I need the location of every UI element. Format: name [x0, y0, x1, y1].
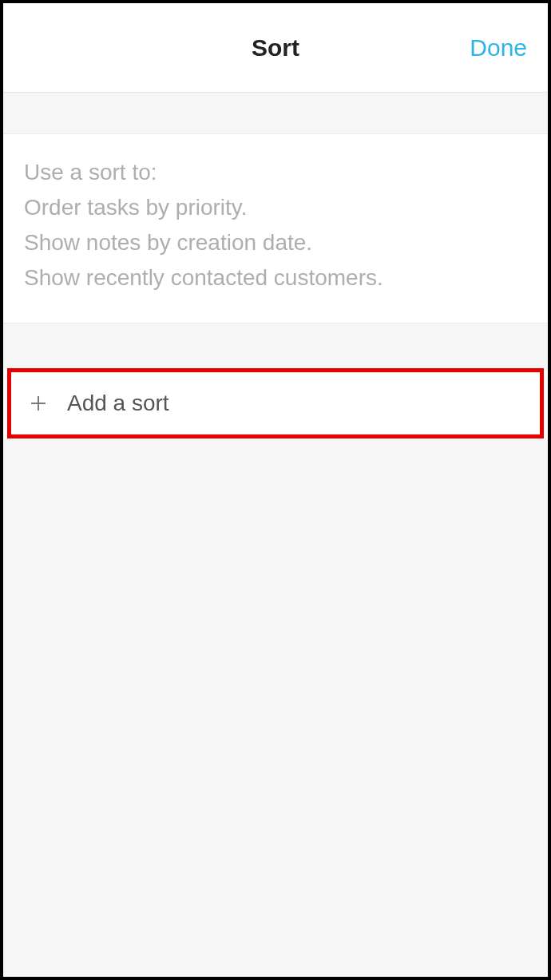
page-title: Sort	[252, 34, 299, 61]
description-intro: Use a sort to:	[24, 155, 527, 190]
highlight-box: Add a sort	[7, 368, 544, 438]
header-bar: Sort Done	[3, 3, 548, 93]
description-example-2: Show notes by creation date.	[24, 225, 527, 260]
add-sort-button[interactable]: Add a sort	[11, 372, 540, 434]
sort-description: Use a sort to: Order tasks by priority. …	[3, 134, 548, 323]
description-example-1: Order tasks by priority.	[24, 190, 527, 225]
description-example-3: Show recently contacted customers.	[24, 260, 527, 296]
plus-icon	[27, 392, 50, 415]
spacer-top	[3, 93, 548, 134]
body-fill	[3, 438, 548, 980]
spacer-mid	[3, 323, 548, 368]
done-button[interactable]: Done	[470, 34, 527, 61]
add-sort-label: Add a sort	[67, 391, 169, 416]
